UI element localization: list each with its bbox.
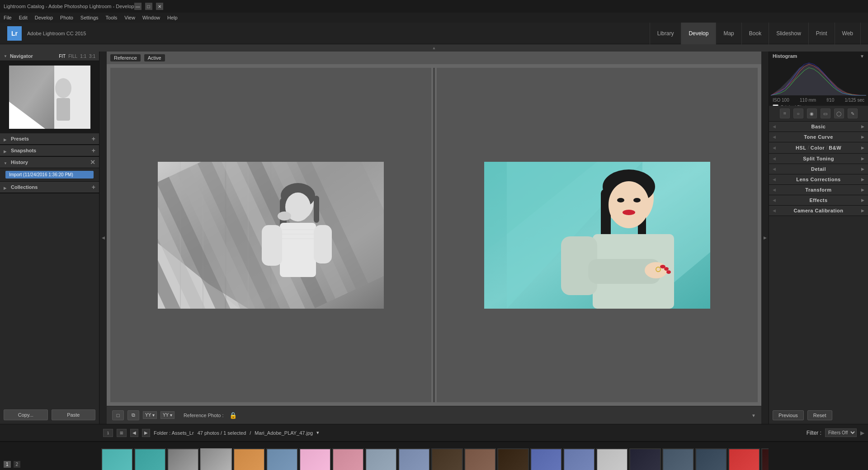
filmstrip-thumb-2[interactable] [134, 448, 166, 470]
filmstrip-thumb-21[interactable] [761, 448, 769, 470]
history-header[interactable]: History ✕ [0, 157, 99, 168]
minimize-button[interactable]: — [134, 3, 142, 10]
camera-calibration-section[interactable]: ◀ Camera Calibration ▶ [769, 206, 868, 216]
filmstrip-thumb-1[interactable] [101, 448, 133, 470]
detail-section[interactable]: ◀ Detail ▶ [769, 164, 868, 174]
nav-1-1[interactable]: 1:1 [80, 54, 86, 59]
hsl-tab-color[interactable]: Color [811, 145, 825, 150]
basic-section-header[interactable]: ◀ Basic ▶ [769, 122, 868, 132]
menu-window[interactable]: Window [142, 15, 160, 20]
filmstrip-thumb-14[interactable] [530, 448, 562, 470]
nav-web[interactable]: Web [835, 23, 861, 44]
filmstrip-thumb-6[interactable] [266, 448, 298, 470]
left-panel-collapse[interactable]: ◀ [99, 52, 107, 424]
single-view-button[interactable]: □ [112, 410, 124, 420]
hsl-tab-bw[interactable]: B&W [829, 145, 841, 150]
hsl-section-header[interactable]: ◀ HSL / Color / B&W ▶ [769, 142, 868, 153]
filmstrip-page2[interactable]: 2 [14, 461, 21, 468]
lock-icon[interactable]: 🔒 [229, 412, 237, 419]
presets-add-button[interactable]: + [92, 135, 95, 142]
nav-3-1[interactable]: 3:1 [89, 54, 95, 59]
history-clear-button[interactable]: ✕ [90, 159, 95, 166]
effects-section[interactable]: ◀ Effects ▶ [769, 195, 868, 206]
menu-help[interactable]: Help [167, 15, 178, 20]
tone-curve-section[interactable]: ◀ Tone Curve ▶ [769, 132, 868, 142]
menu-view[interactable]: View [124, 15, 135, 20]
reset-button[interactable]: Reset [807, 410, 832, 420]
histogram-dropdown[interactable]: ▼ [860, 54, 864, 59]
history-item[interactable]: Import (11/24/2016 1:36:20 PM) [5, 171, 94, 179]
split-toning-section[interactable]: ◀ Split Toning ▶ [769, 154, 868, 164]
filmstrip-thumb-3[interactable] [167, 448, 199, 470]
transform-section-header[interactable]: ◀ Transform ▶ [769, 185, 868, 195]
nav-print[interactable]: Print [809, 23, 835, 44]
nav-fit[interactable]: FIT [59, 54, 66, 59]
collections-header[interactable]: Collections + [0, 182, 99, 193]
active-photo-container[interactable] [437, 68, 758, 402]
filter-dropdown[interactable]: Filters Off Rated Flagged [825, 428, 857, 437]
filmstrip-thumb-10[interactable] [398, 448, 430, 470]
close-button[interactable]: ✕ [156, 3, 163, 10]
split-toning-section-header[interactable]: ◀ Split Toning ▶ [769, 154, 868, 164]
filmstrip-thumb-15[interactable] [563, 448, 595, 470]
previous-button[interactable]: Previous [773, 410, 804, 420]
nav-book[interactable]: Book [742, 23, 769, 44]
filmstrip-thumb-12[interactable] [464, 448, 496, 470]
filmstrip-thumb-17[interactable] [629, 448, 661, 470]
hsl-tab-hsl[interactable]: HSL [796, 145, 807, 150]
navigator-section-header[interactable]: ▼ Navigator FIT FILL 1:1 3:1 [0, 52, 99, 61]
menu-photo[interactable]: Photo [60, 15, 73, 20]
filmstrip-thumb-9[interactable] [365, 448, 397, 470]
filmstrip-thumb-16[interactable] [596, 448, 628, 470]
filmstrip-thumb-11[interactable] [431, 448, 463, 470]
original-photo-checkbox[interactable] [773, 104, 778, 106]
compare-view-button[interactable]: ⧉ [127, 410, 139, 420]
reference-photo-container[interactable] [110, 68, 431, 402]
adjustment-brush-tool[interactable]: ✎ [848, 108, 858, 118]
lens-corrections-section-header[interactable]: ◀ Lens Corrections ▶ [769, 174, 868, 184]
view-dropdown-arrow[interactable]: ▼ [751, 413, 756, 418]
view-separator[interactable] [433, 68, 435, 402]
presets-header[interactable]: Presets + [0, 133, 99, 145]
snapshots-add-button[interactable]: + [92, 147, 95, 154]
hsl-section[interactable]: ◀ HSL / Color / B&W ▶ [769, 142, 868, 154]
filmstrip-next-button[interactable]: ▶ [142, 429, 150, 437]
paste-button[interactable]: Paste [52, 409, 96, 420]
basic-section[interactable]: ◀ Basic ▶ [769, 122, 868, 132]
filmstrip-thumb-5[interactable] [233, 448, 265, 470]
tone-curve-section-header[interactable]: ◀ Tone Curve ▶ [769, 132, 868, 142]
camera-calibration-section-header[interactable]: ◀ Camera Calibration ▶ [769, 206, 868, 216]
menu-settings[interactable]: Settings [80, 15, 99, 20]
right-panel-collapse[interactable]: ▶ [761, 52, 769, 424]
filmstrip-thumb-7[interactable] [299, 448, 331, 470]
filmstrip-prev-button[interactable]: ◀ [130, 429, 138, 437]
menu-tools[interactable]: Tools [106, 15, 118, 20]
collections-add-button[interactable]: + [92, 183, 95, 191]
filmstrip-thumb-20[interactable] [728, 448, 760, 470]
transform-section[interactable]: ◀ Transform ▶ [769, 185, 868, 195]
filmstrip-thumb-4[interactable] [200, 448, 232, 470]
filmstrip-grid-view[interactable]: ⊞ [117, 429, 127, 437]
nav-map[interactable]: Map [716, 23, 741, 44]
crop-tool[interactable]: ⌗ [780, 108, 790, 118]
spot-removal-tool[interactable]: ○ [793, 108, 803, 118]
file-name[interactable]: Mari_Adobe_PLAY_47.jpg [255, 430, 313, 436]
filename-dropdown[interactable]: ▾ [316, 430, 319, 436]
copy-button[interactable]: Copy... [4, 409, 48, 420]
nav-slideshow[interactable]: Slideshow [769, 23, 809, 44]
view-right-selector[interactable]: YY ▾ [160, 411, 175, 419]
effects-section-header[interactable]: ◀ Effects ▶ [769, 195, 868, 205]
nav-library[interactable]: Library [650, 23, 682, 44]
nav-fill[interactable]: FILL [68, 54, 77, 59]
redeye-tool[interactable]: ◉ [807, 108, 817, 118]
filmstrip-single-view[interactable]: 1 [103, 429, 113, 437]
menu-file[interactable]: File [4, 15, 12, 20]
lens-corrections-section[interactable]: ◀ Lens Corrections ▶ [769, 174, 868, 185]
top-collapse-bar[interactable]: ▲ [0, 44, 868, 52]
view-left-selector[interactable]: YY ▾ [143, 411, 157, 419]
filter-expand-icon[interactable]: ▶ [860, 430, 864, 436]
filmstrip-thumb-19[interactable] [695, 448, 727, 470]
filmstrip-page1[interactable]: 1 [4, 461, 11, 468]
menu-edit[interactable]: Edit [19, 15, 28, 20]
filmstrip-thumb-13[interactable] [497, 448, 529, 470]
